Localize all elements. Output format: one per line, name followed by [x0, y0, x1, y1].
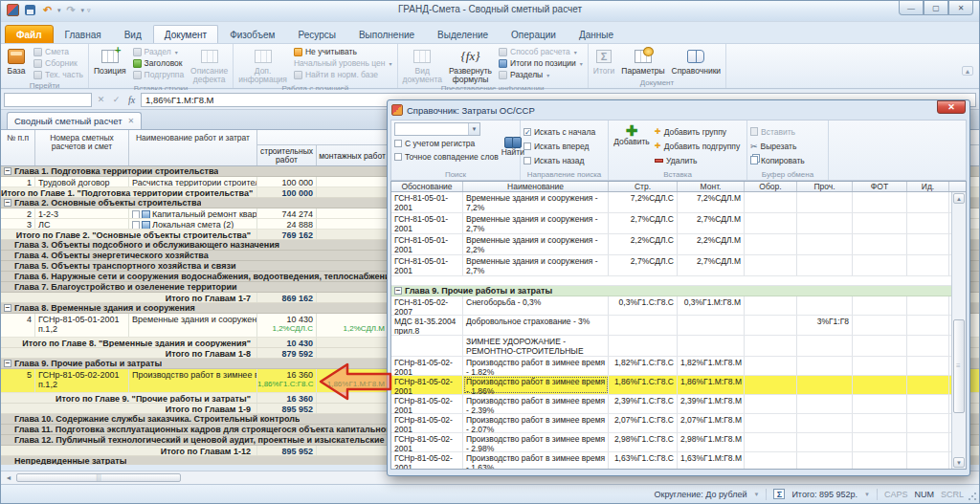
col-header-num[interactable]: № п.п: [1, 130, 35, 165]
skip-item-button[interactable]: Не учитывать: [291, 46, 395, 57]
ref-item-row[interactable]: ГСНр-81-05-02-2001п.1.5Производство рабо…: [391, 433, 951, 452]
cut-button[interactable]: ✂Вырезать: [750, 140, 805, 152]
cell-name-box[interactable]: [4, 93, 92, 107]
ref-col-header[interactable]: Наименование: [463, 182, 609, 191]
tech-part-button[interactable]: Тех. часть: [31, 69, 86, 80]
close-button[interactable]: ✕: [948, 1, 973, 15]
exact-match-checkbox[interactable]: Точное совпадение слов: [394, 150, 499, 163]
ref-col-header[interactable]: Обор.: [745, 182, 797, 191]
ref-col-header[interactable]: Ид.: [907, 182, 949, 191]
search-forward-checkbox[interactable]: Искать вперед: [523, 140, 595, 152]
ref-item-row[interactable]: ГСН-81-05-01-2001п.5,9Временные здания и…: [391, 255, 951, 276]
ref-item-row[interactable]: ГСНр-81-05-02-2001п.1.2Производство рабо…: [391, 376, 951, 395]
copy-button[interactable]: Копировать: [750, 154, 805, 166]
ref-col-header[interactable]: Обоснование: [391, 182, 463, 191]
expand-formulas-button[interactable]: {fx} Развернуть формулы: [446, 45, 495, 83]
ribbon-tab-file[interactable]: Файл: [5, 25, 54, 44]
parameters-button[interactable]: Параметры: [618, 45, 667, 77]
search-back-checkbox[interactable]: Искать назад: [523, 154, 595, 166]
maximize-button[interactable]: ▢: [924, 1, 948, 15]
search-from-start-checkbox[interactable]: ✓Искать с начала: [523, 125, 595, 138]
scrollbar-thumb[interactable]: [16, 473, 181, 482]
collapse-icon[interactable]: −: [4, 304, 11, 312]
ref-col-header[interactable]: Монт.: [678, 182, 745, 191]
smeta-button[interactable]: Смета: [31, 46, 86, 57]
rounding-selector[interactable]: Округление: До рублей: [655, 490, 747, 499]
ref-item-row[interactable]: ГСН-81-05-02-2007табл.2Снегоборьба - 0,3…: [391, 296, 951, 316]
razdel-button[interactable]: Раздел▾: [130, 46, 188, 57]
col-header-name[interactable]: Наименование работ и затрат: [129, 130, 257, 165]
calc-method-button[interactable]: Способ расчета▾: [496, 46, 586, 57]
ref-item-row[interactable]: ГСНр-81-05-02-2001п.1.4Производство рабо…: [391, 414, 951, 433]
close-tab-icon[interactable]: ✕: [128, 117, 135, 125]
col-header-mont[interactable]: монтажных работ: [317, 145, 389, 165]
dialog-title-bar[interactable]: Справочник: Затраты ОС/ССР ✕: [388, 100, 969, 120]
collapse-icon[interactable]: −: [4, 167, 11, 175]
ref-caption-row[interactable]: ЗИМНЕЕ УДОРОЖАНИЕ - РЕМОНТНО-СТРОИТЕЛЬНЫ…: [391, 336, 951, 357]
delete-button[interactable]: Удалить: [655, 154, 740, 166]
ribbon-tab-физобъем[interactable]: Физобъем: [218, 25, 286, 44]
podgruppa-button[interactable]: Подгруппа: [130, 69, 188, 80]
ref-group-row[interactable]: −Глава 9. Прочие работы и затраты: [391, 286, 951, 296]
scroll-down-icon[interactable]: ▼: [953, 457, 965, 468]
ribbon-tab-ресурсы[interactable]: Ресурсы: [286, 25, 346, 44]
base-button[interactable]: База: [3, 45, 30, 80]
initial-price-level-button[interactable]: Начальный уровень цен▾: [291, 57, 395, 69]
add-group-button[interactable]: ✚Добавить группу: [655, 125, 740, 138]
position-button[interactable]: + Позиция: [91, 45, 129, 83]
cancel-formula-icon[interactable]: ✕: [95, 95, 107, 104]
ribbon-tab-документ[interactable]: Документ: [153, 25, 218, 44]
item-totals-button[interactable]: Итоги по позиции▾: [496, 57, 586, 69]
dialog-vertical-scrollbar[interactable]: ▲ ▼: [951, 192, 966, 469]
ref-item-row[interactable]: ГСН-81-05-01-2001п.5,6,2,2Временные здан…: [391, 213, 951, 234]
add-subgroup-button[interactable]: ✚Добавить подгруппу: [655, 140, 740, 152]
ref-col-header[interactable]: Стр.: [609, 182, 678, 191]
ribbon-tab-данные[interactable]: Данные: [568, 25, 625, 44]
grand-total[interactable]: Итого: 895 952р.: [791, 490, 858, 499]
references-button[interactable]: Справочники: [669, 45, 724, 77]
minimize-button[interactable]: —: [899, 1, 924, 15]
ref-item-row[interactable]: МДС 81-35.2004 прил.8п.9.9Добровольное с…: [391, 316, 951, 336]
search-combobox[interactable]: ▼: [394, 122, 480, 136]
rounding-dropdown-icon[interactable]: ▼: [753, 492, 759, 497]
function-icon[interactable]: fx: [125, 95, 138, 105]
sections-button[interactable]: Разделы▾: [496, 69, 586, 80]
dialog-close-button[interactable]: ✕: [937, 100, 966, 114]
ref-item-row[interactable]: ГСНр-81-05-02-2001п.2.1Производство рабо…: [391, 452, 951, 469]
collapse-icon[interactable]: −: [4, 199, 11, 207]
scroll-up-icon[interactable]: ▲: [953, 193, 965, 204]
document-view-button[interactable]: Вид документа: [400, 45, 445, 83]
col-header-code[interactable]: Номера сметных расчетов и смет: [35, 130, 129, 165]
zagolovok-button[interactable]: Заголовок: [130, 57, 188, 69]
find-in-base-button[interactable]: Найти в норм. базе: [291, 69, 395, 80]
ref-item-row[interactable]: ГСНр-81-05-02-2001п.1.1Производство рабо…: [391, 357, 951, 376]
col-header-build[interactable]: строительных работ: [257, 145, 317, 165]
dialog-scrollbar-thumb[interactable]: [953, 319, 965, 413]
ref-item-row[interactable]: ГСН-81-05-01-2001п.5,6,3Временные здания…: [391, 234, 951, 255]
combo-dropdown-icon[interactable]: ▼: [468, 123, 479, 135]
collapse-icon[interactable]: −: [394, 287, 402, 295]
sbornik-button[interactable]: Сборник: [31, 57, 86, 69]
ref-col-header[interactable]: Проч.: [797, 182, 853, 191]
ribbon-tab-выполнение[interactable]: Выполнение: [347, 25, 426, 44]
ribbon-tab-главная[interactable]: Главная: [54, 25, 113, 44]
resize-grip[interactable]: [968, 492, 977, 501]
extra-info-button[interactable]: Доп. информация: [235, 45, 290, 83]
accept-formula-icon[interactable]: ✓: [110, 95, 122, 104]
ribbon-tab-выделение[interactable]: Выделение: [426, 25, 500, 44]
totals-button[interactable]: Σ Итоги: [590, 45, 617, 77]
ref-item-row[interactable]: ГСН-81-05-01-2001п.5,6,2,1Временные здан…: [391, 192, 951, 213]
scroll-left-icon[interactable]: ◄: [3, 473, 14, 482]
ribbon-tab-вид[interactable]: Вид: [113, 25, 153, 44]
defect-description-button[interactable]: Описание дефекта: [188, 45, 231, 83]
add-button[interactable]: ✚ Добавить: [612, 122, 652, 169]
paste-button[interactable]: Вставить: [750, 125, 805, 138]
ribbon-collapse-button[interactable]: ▲: [962, 66, 973, 76]
ribbon-tab-операции[interactable]: Операции: [500, 25, 568, 44]
collapse-icon[interactable]: −: [4, 360, 11, 367]
ref-item-row[interactable]: ГСНр-81-05-02-2001п.1.3Производство рабо…: [391, 395, 951, 414]
document-tab[interactable]: Сводный сметный расчет ✕: [7, 112, 142, 129]
case-checkbox[interactable]: С учетом регистра: [394, 137, 499, 149]
ref-col-header[interactable]: ФОТ: [853, 182, 907, 191]
total-dropdown-icon[interactable]: ▼: [864, 492, 870, 497]
